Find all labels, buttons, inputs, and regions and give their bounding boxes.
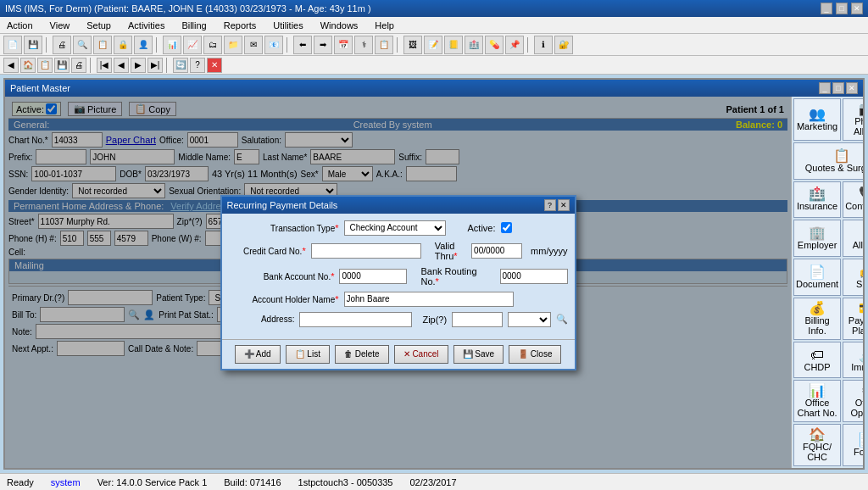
zip-modal-select[interactable]: [508, 312, 550, 327]
tb-btn-23[interactable]: ℹ: [534, 36, 553, 54]
bankaccount-input[interactable]: [339, 269, 407, 284]
tb-btn-5[interactable]: 👤: [134, 36, 153, 54]
payment-plans-label: Payment Plan(s): [845, 315, 863, 336]
tb-btn-21[interactable]: 💊: [485, 36, 504, 54]
tb-btn-6[interactable]: 📊: [163, 36, 181, 54]
tb-btn-11[interactable]: 📧: [264, 36, 283, 54]
tb-btn-8[interactable]: 🗂: [203, 36, 222, 54]
active-modal-checkbox[interactable]: [501, 222, 512, 233]
tb-find-btn[interactable]: 🔍: [73, 36, 92, 54]
delete-button[interactable]: 🗑 Delete: [335, 345, 389, 364]
accountholder-input[interactable]: [344, 292, 514, 307]
sidebar-quotes-surgery[interactable]: 📋 Quotes & Surgery: [793, 142, 863, 180]
transaction-type-select[interactable]: Checking Account: [344, 220, 446, 236]
tb-print-btn[interactable]: 🖨: [53, 36, 71, 54]
sidebar-payment-plans[interactable]: 💳 Payment Plan(s): [843, 298, 863, 340]
tb-btn-18[interactable]: 📝: [424, 36, 442, 54]
menu-setup[interactable]: Setup: [83, 19, 114, 32]
menu-billing[interactable]: Billing: [178, 19, 209, 32]
bankrouting-input[interactable]: [500, 269, 568, 284]
tb2-btn-5[interactable]: 🖨: [71, 58, 86, 73]
sidebar-contacts[interactable]: 📞 Contact(s): [843, 181, 863, 219]
close-modal-button[interactable]: 🚪 Close: [509, 345, 561, 364]
tb2-close-btn[interactable]: ✕: [207, 58, 222, 73]
menu-reports[interactable]: Reports: [220, 19, 260, 32]
tb2-btn-nav1[interactable]: |◀: [97, 58, 112, 73]
tb-btn-9[interactable]: 📁: [224, 36, 242, 54]
sidebar-marketing[interactable]: 👥 Marketing: [793, 98, 841, 141]
status-user: system: [51, 477, 81, 487]
tb2-btn-nav2[interactable]: ◀: [114, 58, 129, 73]
tb-btn-20[interactable]: 🏥: [465, 36, 483, 54]
menu-help[interactable]: Help: [371, 19, 398, 32]
sidebar-insurance[interactable]: 🏥 Insurance: [793, 181, 841, 219]
tb-btn-16[interactable]: 📋: [375, 36, 393, 54]
tb-btn-13[interactable]: ➡: [314, 36, 332, 54]
sidebar-forms[interactable]: 📝 Forms: [843, 424, 863, 466]
sidebar-billing-info[interactable]: 💰 Billing Info.: [793, 298, 841, 340]
tb-btn-17[interactable]: 🖼: [403, 36, 422, 54]
tb2-btn-3[interactable]: 📋: [37, 58, 53, 73]
sidebar-chdp[interactable]: 🏷 CHDP: [793, 342, 841, 379]
tb2-btn-1[interactable]: ◀: [3, 58, 19, 73]
modal-close-btns[interactable]: ? ✕: [544, 199, 570, 211]
tb2-btn-nav4[interactable]: ▶|: [147, 58, 163, 73]
menu-view[interactable]: View: [47, 19, 74, 32]
tb-btn-14[interactable]: 📅: [334, 36, 353, 54]
menu-action[interactable]: Action: [3, 19, 36, 32]
status-bar: Ready system Ver: 14.0.0 Service Pack 1 …: [0, 473, 868, 490]
pm-title-controls[interactable]: _ □ ✕: [819, 82, 858, 94]
menu-utilities[interactable]: Utilities: [270, 19, 306, 32]
sidebar-employer[interactable]: 🏢 Employer: [793, 220, 841, 257]
tb-save-btn[interactable]: 💾: [24, 36, 42, 54]
tb-btn-7[interactable]: 📈: [183, 36, 202, 54]
tb-btn-15[interactable]: ⚕: [354, 36, 373, 54]
sidebar-other-options[interactable]: ⚙ Other Options: [843, 380, 863, 422]
tb-btn-3[interactable]: 📋: [93, 36, 112, 54]
tb-btn-22[interactable]: 📌: [505, 36, 524, 54]
save-button[interactable]: 💾 Save: [453, 345, 504, 364]
tb-btn-24[interactable]: 🔐: [554, 36, 573, 54]
tb2-btn-4[interactable]: 💾: [54, 58, 70, 73]
sidebar-document[interactable]: 📄 Document: [793, 259, 841, 296]
pm-maximize[interactable]: □: [832, 82, 844, 94]
sidebar-photo-album[interactable]: 📷 Photo Album: [843, 98, 863, 141]
tb2-help-btn[interactable]: ?: [190, 58, 205, 73]
tb2-btn-nav3[interactable]: ▶: [131, 58, 146, 73]
creditcard-input[interactable]: [311, 243, 421, 259]
tb-btn-10[interactable]: ✉: [244, 36, 263, 54]
maximize-btn[interactable]: □: [836, 3, 848, 14]
sign-label: Sign.: [856, 279, 863, 289]
pm-minimize[interactable]: _: [819, 82, 831, 94]
add-button[interactable]: ➕ Add: [235, 345, 281, 364]
modal-close-btn[interactable]: ✕: [558, 199, 570, 211]
menu-windows[interactable]: Windows: [317, 19, 362, 32]
tb-btn-4[interactable]: 🔒: [114, 36, 132, 54]
cancel-button[interactable]: ✕ Cancel: [394, 345, 448, 364]
tb2-btn-2[interactable]: 🏠: [20, 58, 36, 73]
address-modal-label: Address:: [229, 315, 295, 324]
modal-question-btn[interactable]: ?: [544, 199, 556, 211]
close-btn[interactable]: ✕: [851, 3, 863, 14]
address-modal-input[interactable]: [299, 312, 412, 327]
pm-close[interactable]: ✕: [846, 82, 858, 94]
modal-footer: ➕ Add 📋 List 🗑 Delete ✕ Cancel 💾 Save 🚪 …: [222, 339, 575, 369]
sidebar-sign[interactable]: ✍ Sign.: [843, 259, 863, 296]
employer-label: Employer: [798, 240, 837, 250]
tb-btn-19[interactable]: 📒: [444, 36, 463, 54]
title-bar-controls[interactable]: _ □ ✕: [821, 3, 863, 14]
tb-new-btn[interactable]: 📄: [3, 36, 22, 54]
tb-btn-12[interactable]: ⬅: [293, 36, 312, 54]
minimize-btn[interactable]: _: [821, 3, 832, 14]
list-button[interactable]: 📋 List: [286, 345, 330, 364]
status-server: 1stpctouch3 - 0050335: [298, 477, 393, 487]
menu-activities[interactable]: Activities: [125, 19, 168, 32]
zip-search-icon[interactable]: 🔍: [556, 314, 568, 325]
sidebar-fqhc[interactable]: 🏠 FQHC/ CHC: [793, 424, 841, 466]
sidebar-office-chart[interactable]: 📊 Office Chart No.: [793, 380, 841, 422]
sidebar-immun[interactable]: 💉 Immun.: [843, 342, 863, 379]
sidebar-allergy[interactable]: ⚕ Allergy: [843, 220, 863, 257]
tb2-refresh-btn[interactable]: 🔄: [173, 58, 188, 73]
validthru-input[interactable]: [471, 243, 522, 259]
zip-modal-input[interactable]: [452, 312, 503, 327]
